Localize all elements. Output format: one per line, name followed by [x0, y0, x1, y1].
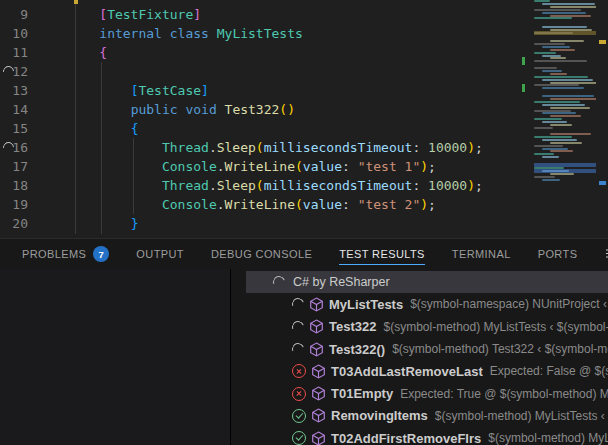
minimap-highlight [534, 31, 596, 35]
tab-label: TEST RESULTS [339, 248, 425, 260]
minimap-code-bar [542, 12, 586, 14]
package-icon [311, 431, 326, 445]
minimap-code-bar [542, 148, 568, 150]
minimap-code-bar [550, 82, 596, 84]
package-icon [309, 297, 324, 312]
minimap-code-bar [534, 67, 557, 69]
tab-terminal[interactable]: TERMINAL [452, 239, 511, 269]
test-name: T02AddFirstRemoveFIrs [331, 431, 481, 445]
test-name: T01Empty [331, 386, 393, 401]
test-result-row[interactable]: Test322()$(symbol-method) Test322 ‹ $(sy… [246, 338, 608, 360]
code-editor[interactable]: 9 [TestFixture]10 internal class MyListT… [0, 0, 608, 238]
test-description: $(symbol-namespace) NUnitProject ‹ $(… [410, 297, 608, 311]
problems-count-badge: 7 [93, 246, 109, 262]
loading-spinner-icon [290, 319, 306, 335]
minimap-code-bar [534, 153, 554, 155]
line-number: 9 [0, 5, 28, 24]
code-text: { [68, 43, 107, 62]
minimap-code-bar [534, 60, 587, 62]
panel-actions [604, 245, 608, 263]
minimap-highlight [534, 163, 596, 167]
minimap-code-bar [534, 76, 588, 78]
package-icon [311, 386, 326, 401]
test-result-row[interactable]: C# by ReSharper [246, 271, 608, 293]
minimap-code-bar [534, 52, 556, 54]
loading-spinner-icon [290, 341, 306, 357]
minimap-code-bar [534, 145, 563, 147]
test-description: $(symbol-method) MyListTests ‹ $(… [435, 409, 608, 423]
test-result-row[interactable]: T03AddLastRemoveLastExpected: False @ $(… [246, 360, 608, 382]
test-result-row[interactable]: RemovingItems$(symbol-method) MyListTest… [246, 405, 608, 427]
test-result-row[interactable]: Test322$(symbol-method) MyListTests ‹ $(… [246, 316, 608, 338]
minimap-code-bar [550, 133, 591, 135]
code-text: internal class MyListTests [68, 24, 303, 43]
minimap-code-bar [542, 121, 567, 123]
test-passed-icon [292, 431, 306, 445]
test-name: Test322 [329, 319, 376, 334]
minimap-code-bar [550, 150, 573, 152]
panel-tab-bar: PROBLEMS7OUTPUTDEBUG CONSOLETEST RESULTS… [0, 239, 608, 269]
line-number: 13 [0, 81, 28, 100]
line-number: 20 [0, 214, 28, 233]
minimap-code-bar [542, 46, 570, 48]
minimap-code-bar [550, 98, 596, 100]
minimap-code-bar [542, 26, 587, 28]
minimap-code-bar [534, 136, 572, 138]
minimap-code-bar [542, 3, 595, 5]
test-failed-icon [292, 364, 306, 378]
code-text: public void Test322() [68, 100, 295, 119]
tab-label: TERMINAL [452, 248, 511, 260]
minimap-code-bar [534, 43, 565, 45]
code-text: { [68, 119, 138, 138]
test-description: $(symbol-method) MyList… [488, 431, 608, 445]
package-icon [309, 342, 324, 357]
minimap-highlight [534, 169, 596, 173]
test-results-tree: C# by ReSharperMyListTests$(symbol-names… [246, 271, 608, 445]
line-number: 17 [0, 157, 28, 176]
package-icon [311, 408, 326, 423]
line-number: 14 [0, 100, 28, 119]
editor-scrollbar[interactable] [596, 0, 608, 238]
minimap-code-bar [550, 115, 581, 117]
package-icon [309, 319, 324, 334]
test-result-row[interactable]: T01EmptyExpected: True @ $(symbol-method… [246, 382, 608, 404]
test-description: Expected: False @ $(sym… [490, 364, 608, 378]
minimap-code-bar [542, 87, 584, 89]
minimap-code-bar [542, 139, 577, 141]
minimap-code-bar [542, 79, 593, 81]
test-name: MyListTests [329, 297, 403, 312]
minimap-code-bar [534, 17, 572, 19]
minimap-code-bar [534, 84, 579, 86]
line-number: 10 [0, 24, 28, 43]
minimap-test-pass-mark [522, 84, 525, 92]
line-number: 19 [0, 195, 28, 214]
tab-problems[interactable]: PROBLEMS7 [22, 239, 109, 269]
minimap-code-bar [534, 9, 581, 11]
tab-label: PORTS [538, 248, 578, 260]
tab-label: PROBLEMS [22, 248, 86, 260]
tab-ports[interactable]: PORTS [538, 239, 578, 269]
minimap[interactable] [520, 0, 596, 238]
test-name: RemovingItems [331, 408, 428, 423]
minimap-code-bar [534, 101, 580, 103]
minimap-code-bar [550, 49, 575, 51]
test-result-row[interactable]: MyListTests$(symbol-namespace) NUnitProj… [246, 293, 608, 315]
test-name: C# by ReSharper [293, 275, 390, 289]
loading-spinner-icon [271, 274, 287, 290]
minimap-code-bar [534, 110, 571, 112]
test-name: T03AddLastRemoveLast [331, 364, 483, 379]
tab-output[interactable]: OUTPUT [136, 239, 184, 269]
clear-all-icon[interactable] [604, 245, 608, 263]
test-result-row[interactable]: T02AddFirstRemoveFIrs$(symbol-method) My… [246, 427, 608, 445]
minimap-code-bar [550, 73, 567, 75]
minimap-code-bar [550, 142, 582, 144]
code-text: Thread.Sleep(millisecondsTimeout: 10000)… [68, 176, 483, 195]
tab-label: DEBUG CONSOLE [211, 248, 312, 260]
minimap-code-bar [542, 70, 562, 72]
test-passed-icon [292, 409, 306, 423]
modified-line-tick [74, 0, 78, 4]
tab-test-results[interactable]: TEST RESULTS [339, 239, 425, 269]
tab-debug-console[interactable]: DEBUG CONSOLE [211, 239, 312, 269]
minimap-code-bar [550, 15, 591, 17]
code-text: [TestCase] [68, 81, 209, 100]
